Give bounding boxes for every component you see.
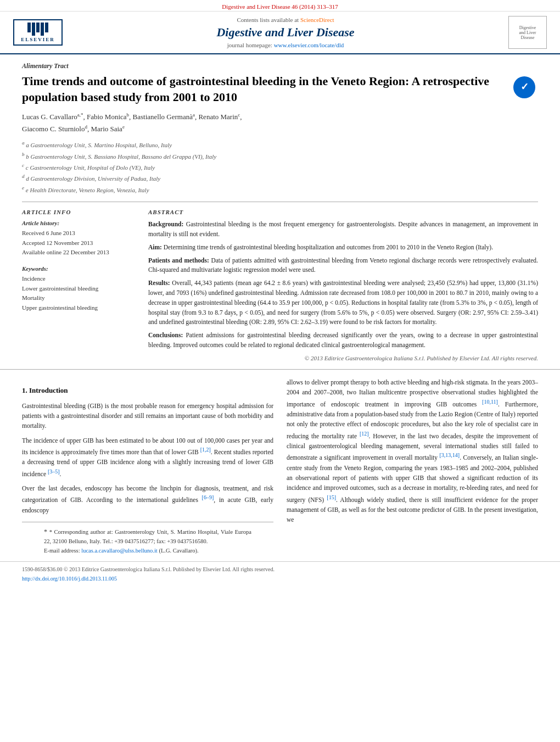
abstract-aim: Aim: Determining time trends of gastroin…: [148, 243, 538, 253]
journal-logo-text: Digestiveand LiverDisease: [519, 25, 536, 40]
footer-doi[interactable]: http://dx.doi.org/10.1016/j.dld.2013.11.…: [22, 576, 117, 582]
email-name: (L.G. Cavallaro).: [159, 548, 198, 554]
article-info-abstract-section: ARTICLE INFO Article history: Received 6…: [22, 202, 538, 361]
email-link[interactable]: lucas.a.cavallaro@ulss.belluno.it: [81, 548, 158, 554]
right-para1: allows to deliver prompt therapy to both…: [287, 377, 538, 525]
results-label: Results:: [148, 280, 170, 286]
crossmark-icon: ✓: [513, 76, 535, 98]
abstract-conclusions: Conclusions: Patient admissions for gast…: [148, 331, 538, 350]
affil-a: a a Gastroenterology Unit, S. Martino Ho…: [22, 139, 538, 150]
ref-15[interactable]: [15]: [327, 494, 336, 500]
abstract-heading: ABSTRACT: [148, 209, 538, 215]
keyword-0: Incidence: [22, 274, 132, 284]
affil-e: e e Health Directorate, Veneto Region, V…: [22, 184, 538, 195]
ref-3-13-14[interactable]: [3,13,14]: [440, 452, 460, 458]
results-text: Overall, 44,343 patients (mean age 64.2 …: [148, 280, 538, 325]
content-area: Alimentary Tract Time trends and outcome…: [0, 62, 560, 361]
ref-1-2[interactable]: [1,2]: [200, 447, 211, 453]
aim-text: Determining time trends of gastrointesti…: [164, 244, 493, 250]
abstract-col: ABSTRACT Background: Gastrointestinal bl…: [148, 209, 538, 361]
abstract-background: Background: Gastrointestinal bleeding is…: [148, 220, 538, 239]
article-info-heading: ARTICLE INFO: [22, 209, 132, 215]
background-label: Background:: [148, 221, 183, 227]
authors-line: Lucas G. Cavallaroa,*, Fabio Monicab, Ba…: [22, 110, 538, 135]
journal-homepage: journal homepage: www.elsevier.com/locat…: [63, 42, 508, 48]
background-text: Gastrointestinal bleeding is the most fr…: [148, 221, 538, 237]
footnote-area: * * Corresponding author at: Gastroenter…: [22, 522, 273, 556]
journal-logo-right: Digestiveand LiverDisease: [508, 16, 547, 49]
ref-6-9[interactable]: [6–9]: [202, 494, 214, 500]
journal-title: Digestive and Liver Disease: [63, 25, 508, 40]
keyword-2: Mortality: [22, 293, 132, 303]
elsevier-logo: ELSEVIER: [13, 19, 63, 46]
journal-citation: Digestive and Liver Disease 46 (2014) 31…: [222, 3, 338, 10]
footer-bar: 1590-8658/$36.00 © 2013 Editrice Gastroe…: [0, 561, 560, 586]
sciencedirect-line: Contents lists available at ScienceDirec…: [63, 16, 508, 23]
footnote-text: * Corresponding author at: Gastroenterol…: [44, 529, 251, 544]
ref-10-11[interactable]: [10,11]: [482, 399, 498, 405]
journal-header: ELSEVIER Contents lists available at Sci…: [0, 12, 560, 54]
available-date: Available online 22 December 2013: [22, 248, 132, 258]
received-date: Received 6 June 2013: [22, 228, 132, 238]
elsevier-box: ELSEVIER: [13, 19, 63, 46]
conclusions-label: Conclusions:: [148, 332, 183, 338]
email-label: E-mail address:: [44, 548, 80, 554]
section-label: Alimentary Tract: [22, 62, 538, 70]
section-divider: [0, 369, 560, 370]
intro-para3: Over the last decades, endoscopy has bec…: [22, 483, 273, 515]
stripe4: [41, 23, 44, 36]
introduction-heading: 1. Introduction: [22, 385, 273, 397]
article-title-text: Time trends and outcome of gastrointesti…: [22, 74, 489, 104]
history-label: Article history:: [22, 220, 132, 226]
sciencedirect-link[interactable]: ScienceDirect: [300, 16, 334, 23]
aim-label: Aim:: [148, 244, 162, 250]
homepage-url[interactable]: www.elsevier.com/locate/dld: [274, 42, 344, 48]
keyword-3: Upper gastrointestinal bleeding: [22, 303, 132, 313]
copyright-line: © 2013 Editrice Gastroenterologica Itali…: [148, 355, 538, 361]
stripe5: [45, 23, 48, 32]
abstract-results: Results: Overall, 44,343 patients (mean …: [148, 278, 538, 327]
main-content: 1. Introduction Gastrointestinal bleedin…: [0, 377, 560, 556]
journal-center: Contents lists available at ScienceDirec…: [63, 16, 508, 48]
elsevier-stripes: [27, 23, 48, 36]
affil-b: b b Gastroenterology Unit, S. Bassiano H…: [22, 150, 538, 161]
right-col: allows to deliver prompt therapy to both…: [287, 377, 538, 556]
article-title: Time trends and outcome of gastrointesti…: [22, 74, 538, 105]
ref-12[interactable]: [12]: [360, 431, 369, 437]
authors-text: Lucas G. Cavallaroa,*, Fabio Monicab, Ba…: [22, 113, 242, 133]
homepage-prefix: journal homepage:: [227, 42, 272, 48]
keywords-group: Keywords: Incidence Lower gastrointestin…: [22, 265, 132, 313]
stripe3: [36, 23, 40, 32]
contents-text: Contents lists available at: [237, 16, 299, 23]
intro-para2: The incidence of upper GIB has been esti…: [22, 436, 273, 479]
elsevier-text: ELSEVIER: [21, 37, 55, 42]
accepted-date: Accepted 12 November 2013: [22, 238, 132, 248]
stripe1: [27, 23, 31, 32]
stripe2: [32, 23, 35, 36]
abstract-text: Background: Gastrointestinal bleeding is…: [148, 220, 538, 350]
intro-para1: Gastrointestinal bleeding (GIB) is the m…: [22, 401, 273, 431]
journal-bar: Digestive and Liver Disease 46 (2014) 31…: [0, 0, 560, 12]
footnote-star: * * Corresponding author at: Gastroenter…: [44, 527, 251, 546]
article-info-col: ARTICLE INFO Article history: Received 6…: [22, 209, 132, 361]
patients-label: Patients and methods:: [148, 257, 209, 264]
footnote-email: E-mail address: lucas.a.cavallaro@ulss.b…: [44, 546, 251, 556]
affil-d: d d Gastroenterology Division, Universit…: [22, 172, 538, 183]
conclusions-text: Patient admissions for gastrointestinal …: [148, 332, 538, 348]
abstract-patients: Patients and methods: Data of patients a…: [148, 256, 538, 276]
keyword-1: Lower gastrointestinal bleeding: [22, 284, 132, 294]
affiliations: a a Gastroenterology Unit, S. Martino Ho…: [22, 139, 538, 195]
crossmark-badge: ✓: [511, 74, 538, 101]
affil-c: c c Gastroenterology Unit, Hospital of D…: [22, 161, 538, 172]
footer-issn: 1590-8658/$36.00 © 2013 Editrice Gastroe…: [22, 566, 538, 572]
ref-3-5[interactable]: [3–5]: [48, 468, 60, 475]
keywords-label: Keywords:: [22, 265, 132, 272]
left-col: 1. Introduction Gastrointestinal bleedin…: [22, 377, 273, 556]
article-history-group: Article history: Received 6 June 2013 Ac…: [22, 220, 132, 258]
